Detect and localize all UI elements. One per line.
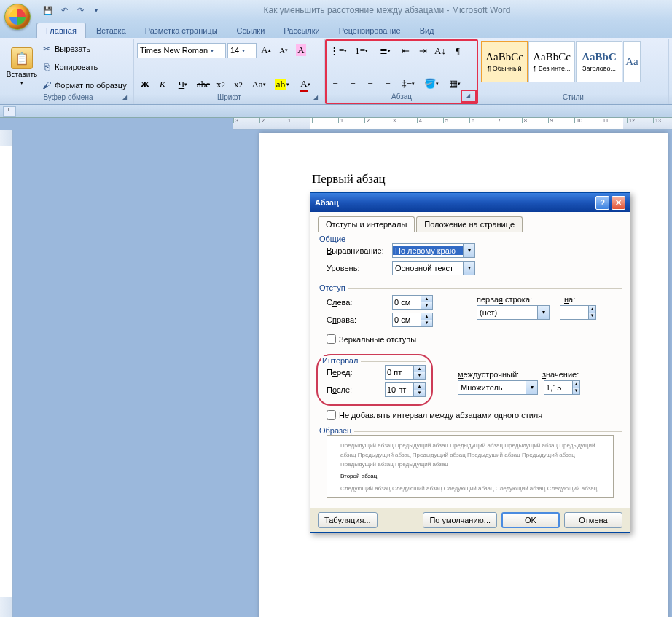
- tab-view[interactable]: Вид: [411, 23, 443, 38]
- line-spacing-combo[interactable]: Множитель▾: [458, 380, 538, 395]
- grow-font-button[interactable]: A▴: [258, 42, 274, 58]
- dialog-titlebar[interactable]: Абзац ? ✕: [310, 193, 630, 212]
- default-button[interactable]: По умолчанию...: [423, 512, 497, 528]
- spin-down-icon[interactable]: ▼: [421, 302, 432, 309]
- spin-down-icon[interactable]: ▼: [414, 372, 425, 379]
- indent-left-input[interactable]: [393, 296, 421, 309]
- style-nospacing[interactable]: AaBbCc¶ Без инте...: [528, 41, 575, 82]
- paragraph-launcher-icon[interactable]: ◢: [466, 93, 474, 101]
- close-button[interactable]: ✕: [612, 196, 625, 210]
- style-heading2[interactable]: Aa: [623, 41, 641, 82]
- sort-button[interactable]: A↓: [432, 43, 448, 59]
- spacing-after-spin[interactable]: ▲▼: [385, 382, 426, 397]
- cut-button[interactable]: ✂Вырезать: [39, 41, 128, 56]
- group-clipboard-label: Буфер обмена: [6, 93, 130, 103]
- chevron-down-icon: ▾: [463, 262, 474, 275]
- increase-indent-button[interactable]: ⇥: [415, 43, 431, 59]
- justify-button[interactable]: ≡: [380, 76, 396, 92]
- shading-button[interactable]: 🪣▾: [421, 76, 442, 92]
- line-spacing-button[interactable]: ‡≡▾: [397, 76, 419, 92]
- spin-up-icon[interactable]: ▲: [573, 381, 579, 388]
- outline-level-combo[interactable]: Основной текст▾: [392, 261, 475, 275]
- ruler-corner-icon[interactable]: L: [3, 106, 16, 117]
- superscript-button[interactable]: x2: [230, 76, 246, 93]
- multilevel-button[interactable]: ≣▾: [374, 43, 396, 59]
- spin-down-icon[interactable]: ▼: [421, 320, 432, 326]
- section-general: Общие: [318, 235, 348, 243]
- change-case-button[interactable]: Aa ▾: [248, 76, 270, 93]
- bullets-button[interactable]: ⋮≡▾: [327, 43, 349, 59]
- redo-icon[interactable]: ↷: [74, 4, 86, 16]
- help-button[interactable]: ?: [595, 196, 609, 210]
- align-left-button[interactable]: ≡: [327, 76, 343, 92]
- first-line-by-input[interactable]: [560, 306, 588, 319]
- copy-label: Копировать: [55, 63, 98, 71]
- spin-down-icon[interactable]: ▼: [589, 313, 595, 319]
- spacing-after-input[interactable]: [386, 383, 413, 396]
- alignment-combo[interactable]: По левому краю▾: [392, 243, 475, 258]
- no-space-same-style-checkbox[interactable]: [327, 410, 336, 420]
- first-line-combo[interactable]: (нет)▾: [477, 305, 550, 320]
- tab-references[interactable]: Ссылки: [228, 23, 274, 38]
- bold-button[interactable]: Ж: [137, 76, 153, 93]
- tabs-button[interactable]: Табуляция...: [318, 512, 378, 528]
- cancel-button[interactable]: Отмена: [564, 512, 622, 528]
- chevron-down-icon: ▾: [20, 80, 23, 86]
- spin-up-icon[interactable]: ▲: [421, 313, 432, 320]
- style-normal[interactable]: AaBbCc¶ Обычный: [481, 41, 528, 82]
- show-marks-button[interactable]: ¶: [450, 43, 466, 59]
- tab-indents-spacing[interactable]: Отступы и интервалы: [318, 216, 415, 232]
- paste-button[interactable]: 📋 Вставить ▾: [6, 41, 38, 93]
- numbering-button[interactable]: 1≡▾: [351, 43, 372, 59]
- qat-dropdown-icon[interactable]: ▾: [90, 4, 102, 16]
- highlight-button[interactable]: ab▾: [271, 76, 293, 93]
- indent-right-input[interactable]: [393, 313, 421, 326]
- italic-button[interactable]: К: [155, 76, 171, 93]
- tab-page-layout[interactable]: Разметка страницы: [136, 23, 227, 38]
- style-heading1[interactable]: AaBbCЗаголово...: [576, 41, 622, 82]
- tab-mailings[interactable]: Рассылки: [275, 23, 328, 38]
- title-bar: 💾 ↶ ↷ ▾ Как уменьшить расстояние между а…: [0, 0, 672, 20]
- indent-left-spin[interactable]: ▲▼: [392, 295, 433, 310]
- subscript-button[interactable]: x2: [213, 76, 229, 93]
- align-right-button[interactable]: ≡: [362, 76, 378, 92]
- spin-up-icon[interactable]: ▲: [414, 383, 425, 390]
- font-size-combo[interactable]: 14▾: [227, 43, 257, 58]
- font-color-button[interactable]: A▾: [294, 76, 316, 93]
- tab-insert[interactable]: Вставка: [87, 23, 135, 38]
- save-icon[interactable]: 💾: [42, 4, 54, 16]
- strikethrough-button[interactable]: abc: [195, 76, 211, 93]
- spin-up-icon[interactable]: ▲: [589, 306, 595, 313]
- copy-button[interactable]: ⎘Копировать: [39, 59, 128, 74]
- first-line-by-spin[interactable]: ▲▼: [560, 305, 596, 320]
- spin-up-icon[interactable]: ▲: [414, 366, 425, 372]
- horizontal-ruler[interactable]: 3211234567891011121314151617: [233, 118, 672, 130]
- shrink-font-button[interactable]: A▾: [276, 42, 292, 58]
- underline-button[interactable]: Ч ▾: [172, 76, 194, 93]
- mirror-indents-checkbox[interactable]: [327, 334, 336, 344]
- spin-down-icon[interactable]: ▼: [573, 388, 579, 394]
- decrease-indent-button[interactable]: ⇤: [397, 43, 413, 59]
- office-button[interactable]: [4, 4, 31, 30]
- font-name-combo[interactable]: Times New Roman▾: [137, 43, 226, 58]
- align-center-button[interactable]: ≡: [345, 76, 361, 92]
- spacing-before-input[interactable]: [386, 366, 413, 379]
- spin-up-icon[interactable]: ▲: [421, 296, 432, 302]
- clear-formatting-button[interactable]: A: [293, 42, 309, 58]
- font-launcher-icon[interactable]: ◢: [313, 94, 322, 103]
- at-spin[interactable]: ▲▼: [544, 380, 580, 395]
- indent-right-spin[interactable]: ▲▼: [392, 313, 433, 327]
- tab-home[interactable]: Главная: [36, 23, 86, 38]
- brush-icon: 🖌: [41, 79, 52, 91]
- undo-icon[interactable]: ↶: [58, 4, 70, 16]
- tab-review[interactable]: Рецензирование: [330, 23, 410, 38]
- tab-line-page-breaks[interactable]: Положение на странице: [416, 216, 523, 232]
- spin-down-icon[interactable]: ▼: [414, 390, 425, 396]
- clipboard-launcher-icon[interactable]: ◢: [122, 94, 131, 103]
- section-spacing: Интервал: [321, 356, 361, 365]
- at-input[interactable]: [544, 381, 572, 394]
- vertical-ruler[interactable]: [0, 130, 13, 617]
- ok-button[interactable]: OK: [501, 512, 560, 528]
- format-painter-button[interactable]: 🖌Формат по образцу: [39, 77, 128, 93]
- spacing-before-spin[interactable]: ▲▼: [385, 365, 426, 380]
